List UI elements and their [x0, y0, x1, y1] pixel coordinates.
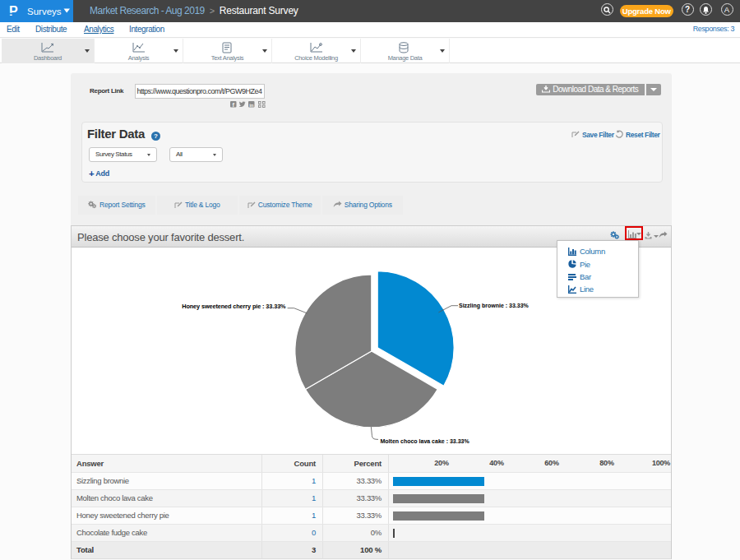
svg-text:P: P: [9, 4, 18, 18]
svg-text:Surveys: Surveys: [27, 7, 62, 16]
svg-text:in: in: [249, 102, 254, 107]
